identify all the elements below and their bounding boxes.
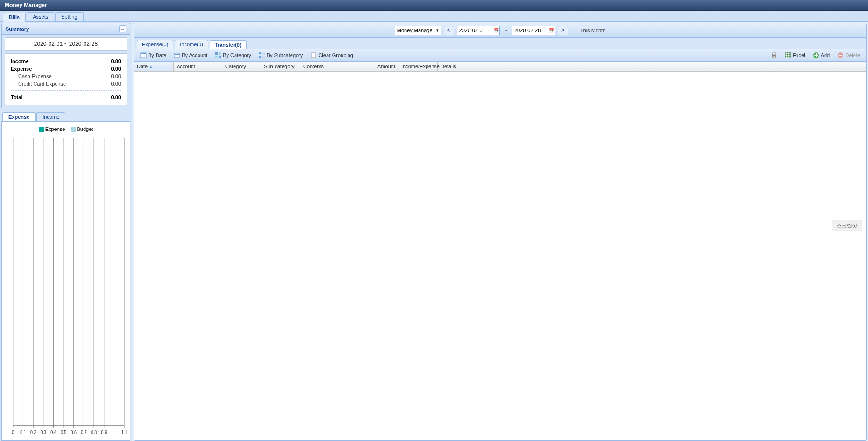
svg-rect-47 xyxy=(259,56,261,58)
account-select[interactable] xyxy=(395,26,434,35)
summary-body: 2020-02-01 ~ 2020-02-28 Income 0.00 Expe… xyxy=(2,35,130,108)
svg-text:0.2: 0.2 xyxy=(30,429,36,434)
delete-label: Delete xyxy=(845,52,860,58)
by-category-label: By Category xyxy=(223,52,251,58)
by-date-label: By Date xyxy=(148,52,166,58)
add-label: Add xyxy=(821,52,830,58)
total-value: 0.00 xyxy=(93,94,121,100)
row-total: Total 0.00 xyxy=(11,94,121,101)
legend-swatch-expense-icon xyxy=(39,127,44,132)
col-subcategory-label: Sub-category xyxy=(264,64,294,69)
row-credit: Credit Card Expense 0.00 xyxy=(11,80,121,87)
legend-expense-label: Expense xyxy=(45,126,65,132)
category-icon xyxy=(215,52,221,58)
date-tilde: ~ xyxy=(503,28,509,33)
calendar-to-icon[interactable]: 📅 xyxy=(548,26,555,35)
summary-title: Summary xyxy=(6,26,29,32)
cash-label: Cash Expense xyxy=(18,73,93,79)
svg-text:1.1: 1.1 xyxy=(121,429,127,434)
svg-text:0.7: 0.7 xyxy=(81,429,87,434)
col-contents[interactable]: Contents xyxy=(300,62,359,71)
tab-bills[interactable]: Bills xyxy=(3,13,26,22)
by-category-button[interactable]: By Category xyxy=(212,51,255,60)
col-amount-label: Amount xyxy=(377,64,395,69)
legend-expense: Expense xyxy=(39,126,65,132)
bills-tab-income[interactable]: Income(0) xyxy=(175,40,208,49)
svg-rect-38 xyxy=(141,53,146,54)
clear-grouping-label: Clear Grouping xyxy=(318,52,353,58)
col-account[interactable]: Account xyxy=(174,62,222,71)
col-date-label: Date xyxy=(137,64,148,69)
col-amount[interactable]: Amount xyxy=(359,62,398,71)
credit-label: Credit Card Expense xyxy=(18,81,93,87)
collapse-icon[interactable]: ︽ xyxy=(119,25,126,32)
svg-text:0: 0 xyxy=(12,429,14,434)
income-value: 0.00 xyxy=(93,58,121,64)
col-date[interactable]: Date ▲ xyxy=(134,62,174,71)
svg-text:0.3: 0.3 xyxy=(41,429,47,434)
row-expense: Expense 0.00 xyxy=(11,65,121,72)
by-date-button[interactable]: By Date xyxy=(137,51,170,60)
delete-button[interactable]: Delete xyxy=(834,51,863,60)
col-subcategory[interactable]: Sub-category xyxy=(261,62,300,71)
col-details[interactable]: Details xyxy=(438,62,866,71)
expense-value: 0.00 xyxy=(93,66,121,72)
chart-area: 00.10.20.30.40.50.60.70.80.911.1 xyxy=(5,135,127,438)
chart-panel: Expense Budget 00.10.20.30.40.50.60.70.8… xyxy=(1,121,130,441)
svg-text:0.1: 0.1 xyxy=(20,429,26,434)
prev-period-button[interactable]: < xyxy=(444,26,454,35)
svg-rect-52 xyxy=(773,56,776,58)
svg-rect-49 xyxy=(311,53,316,58)
date-from-input[interactable] xyxy=(457,26,493,35)
select-dropdown-icon[interactable]: ▾ xyxy=(434,26,441,35)
summary-separator xyxy=(11,90,121,91)
total-label: Total xyxy=(11,94,93,100)
svg-rect-42 xyxy=(219,52,221,55)
this-month-label[interactable]: This Month xyxy=(580,28,605,33)
grid-body xyxy=(134,72,866,440)
svg-text:0.6: 0.6 xyxy=(71,429,77,434)
excel-button[interactable]: Excel xyxy=(782,51,809,60)
excel-icon xyxy=(785,52,791,58)
delete-icon xyxy=(837,52,844,58)
by-account-button[interactable]: By Account xyxy=(171,51,211,60)
calendar-icon xyxy=(140,52,147,58)
col-contents-label: Contents xyxy=(303,64,324,69)
svg-text:0.4: 0.4 xyxy=(50,429,57,434)
print-button[interactable] xyxy=(768,51,781,60)
by-subcategory-button[interactable]: By Subcategory xyxy=(256,51,306,60)
main-tabs: Bills Assets Setting xyxy=(0,11,868,22)
col-account-label: Account xyxy=(177,64,195,69)
date-to-input[interactable] xyxy=(512,26,548,35)
sort-asc-icon: ▲ xyxy=(149,65,153,69)
svg-rect-48 xyxy=(262,57,265,58)
col-income-expense[interactable]: Income/Expense xyxy=(398,62,438,71)
date-to-wrap: 📅 xyxy=(512,26,555,35)
svg-rect-44 xyxy=(219,56,221,58)
screenshot-badge[interactable]: 스크린샷 xyxy=(832,220,862,231)
bills-tab-transfer[interactable]: Transfer(0) xyxy=(210,40,247,49)
calendar-from-icon[interactable]: 📅 xyxy=(493,26,500,35)
col-incexp-label: Income/Expense xyxy=(401,64,440,69)
toolbar: By Date By Account By Category By Subcat… xyxy=(134,49,866,62)
account-icon xyxy=(174,52,180,58)
main-layout: Summary ︽ 2020-02-01 ~ 2020-02-28 Income… xyxy=(0,22,868,441)
next-period-button[interactable]: > xyxy=(558,26,568,35)
svg-rect-53 xyxy=(785,52,791,58)
chart-tab-expense[interactable]: Expense xyxy=(2,112,36,121)
clear-icon xyxy=(310,52,317,58)
svg-rect-45 xyxy=(259,52,261,54)
add-button[interactable]: Add xyxy=(810,51,833,60)
add-icon xyxy=(813,52,819,58)
col-category[interactable]: Category xyxy=(222,62,261,71)
legend-budget: Budget xyxy=(71,126,93,132)
date-from-wrap: 📅 xyxy=(457,26,500,35)
clear-grouping-button[interactable]: Clear Grouping xyxy=(307,51,356,60)
svg-rect-43 xyxy=(215,56,218,58)
grid-header: Date ▲ Account Category Sub-category Con… xyxy=(134,62,866,72)
chart-tab-income[interactable]: Income xyxy=(36,112,65,121)
tab-setting[interactable]: Setting xyxy=(55,12,83,21)
bills-tab-expense[interactable]: Expense(0) xyxy=(137,40,173,49)
col-category-label: Category xyxy=(225,64,246,69)
tab-assets[interactable]: Assets xyxy=(27,12,54,21)
